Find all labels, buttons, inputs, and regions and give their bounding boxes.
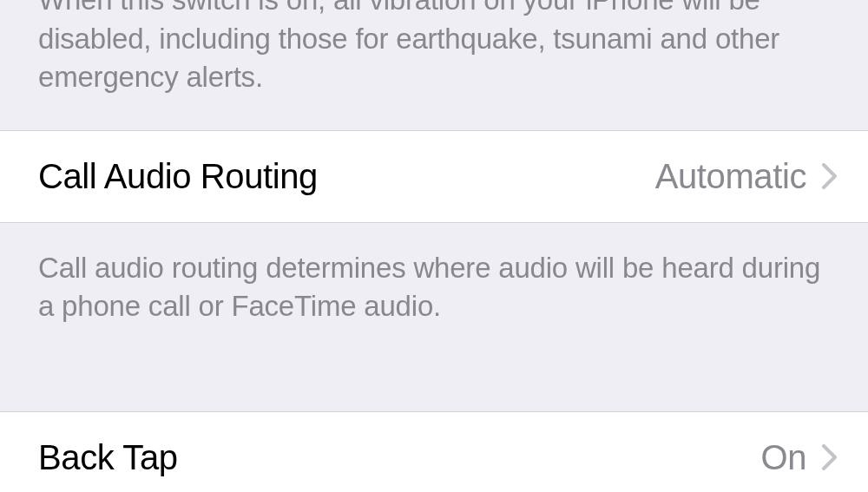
back-tap-label: Back Tap — [38, 438, 760, 477]
call-audio-routing-value: Automatic — [655, 157, 806, 196]
section-spacer — [0, 359, 868, 411]
call-audio-routing-row[interactable]: Call Audio Routing Automatic — [0, 130, 868, 223]
vibration-description-text: When this switch is on, all vibration on… — [38, 0, 779, 93]
chevron-right-icon — [822, 163, 837, 189]
call-audio-routing-description-text: Call audio routing determines where audi… — [38, 252, 820, 323]
vibration-description: When this switch is on, all vibration on… — [0, 0, 868, 130]
back-tap-value: On — [760, 438, 806, 477]
call-audio-routing-label: Call Audio Routing — [38, 157, 655, 196]
chevron-right-icon — [822, 444, 837, 470]
call-audio-routing-description: Call audio routing determines where audi… — [0, 223, 868, 359]
back-tap-row[interactable]: Back Tap On — [0, 411, 868, 492]
